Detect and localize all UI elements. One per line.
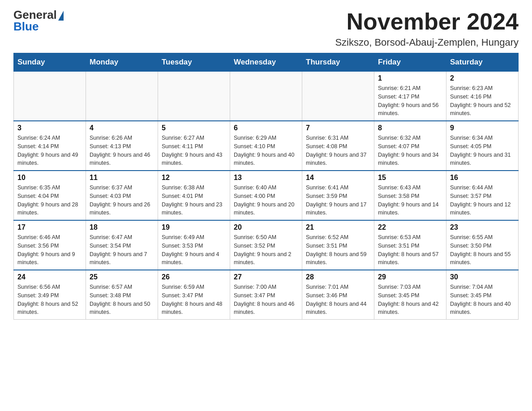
day-number: 7: [306, 124, 370, 132]
calendar-cell: 14Sunrise: 6:41 AMSunset: 3:59 PMDayligh…: [302, 171, 374, 220]
header: General Blue November 2024 Szikszo, Bors…: [13, 9, 519, 48]
day-number: 4: [90, 124, 154, 132]
calendar-cell: 9Sunrise: 6:34 AMSunset: 4:05 PMDaylight…: [446, 121, 519, 171]
calendar-cell: [86, 72, 158, 121]
logo-general-text: General: [13, 9, 64, 21]
calendar-cell: 10Sunrise: 6:35 AMSunset: 4:04 PMDayligh…: [14, 171, 86, 220]
weekday-header-tuesday: Tuesday: [158, 53, 230, 72]
day-info: Sunrise: 6:41 AMSunset: 3:59 PMDaylight:…: [306, 184, 370, 217]
day-number: 11: [90, 174, 154, 182]
calendar-cell: 22Sunrise: 6:53 AMSunset: 3:51 PMDayligh…: [374, 220, 446, 270]
calendar-cell: 3Sunrise: 6:24 AMSunset: 4:14 PMDaylight…: [14, 121, 86, 171]
calendar-cell: 29Sunrise: 7:03 AMSunset: 3:45 PMDayligh…: [374, 270, 446, 320]
day-number: 28: [306, 273, 370, 281]
calendar-cell: 17Sunrise: 6:46 AMSunset: 3:56 PMDayligh…: [14, 220, 86, 270]
day-number: 23: [450, 223, 515, 231]
day-info: Sunrise: 6:49 AMSunset: 3:53 PMDaylight:…: [162, 233, 226, 267]
weekday-header-sunday: Sunday: [14, 53, 86, 72]
logo: General Blue: [13, 9, 64, 32]
calendar-cell: 1Sunrise: 6:21 AMSunset: 4:17 PMDaylight…: [374, 72, 446, 121]
day-info: Sunrise: 6:43 AMSunset: 3:58 PMDaylight:…: [378, 184, 442, 217]
day-info: Sunrise: 6:46 AMSunset: 3:56 PMDaylight:…: [17, 233, 82, 267]
day-info: Sunrise: 6:29 AMSunset: 4:10 PMDaylight:…: [234, 134, 298, 167]
day-number: 27: [234, 273, 298, 281]
calendar-cell: 15Sunrise: 6:43 AMSunset: 3:58 PMDayligh…: [374, 171, 446, 220]
calendar-cell: 7Sunrise: 6:31 AMSunset: 4:08 PMDaylight…: [302, 121, 374, 171]
calendar-cell: 6Sunrise: 6:29 AMSunset: 4:10 PMDaylight…: [230, 121, 302, 171]
day-info: Sunrise: 6:56 AMSunset: 3:49 PMDaylight:…: [17, 283, 82, 317]
day-info: Sunrise: 6:40 AMSunset: 4:00 PMDaylight:…: [234, 184, 298, 217]
day-info: Sunrise: 6:38 AMSunset: 4:01 PMDaylight:…: [162, 184, 226, 217]
day-number: 25: [90, 273, 154, 281]
calendar-week-row: 24Sunrise: 6:56 AMSunset: 3:49 PMDayligh…: [14, 270, 519, 320]
day-info: Sunrise: 6:34 AMSunset: 4:05 PMDaylight:…: [450, 134, 515, 167]
day-info: Sunrise: 6:37 AMSunset: 4:03 PMDaylight:…: [90, 184, 154, 217]
weekday-header-row: SundayMondayTuesdayWednesdayThursdayFrid…: [14, 53, 519, 72]
calendar-cell: 30Sunrise: 7:04 AMSunset: 3:45 PMDayligh…: [446, 270, 519, 320]
title-area: November 2024 Szikszo, Borsod-Abauj-Zemp…: [335, 9, 519, 48]
weekday-header-wednesday: Wednesday: [230, 53, 302, 72]
calendar-week-row: 3Sunrise: 6:24 AMSunset: 4:14 PMDaylight…: [14, 121, 519, 171]
calendar-cell: 2Sunrise: 6:23 AMSunset: 4:16 PMDaylight…: [446, 72, 519, 121]
day-info: Sunrise: 6:26 AMSunset: 4:13 PMDaylight:…: [90, 134, 154, 167]
calendar-cell: 16Sunrise: 6:44 AMSunset: 3:57 PMDayligh…: [446, 171, 519, 220]
calendar-cell: 23Sunrise: 6:55 AMSunset: 3:50 PMDayligh…: [446, 220, 519, 270]
day-info: Sunrise: 6:24 AMSunset: 4:14 PMDaylight:…: [17, 134, 82, 167]
month-title: November 2024: [335, 9, 519, 34]
day-number: 2: [450, 74, 515, 82]
day-number: 16: [450, 174, 515, 182]
day-info: Sunrise: 7:03 AMSunset: 3:45 PMDaylight:…: [378, 283, 442, 317]
day-info: Sunrise: 6:31 AMSunset: 4:08 PMDaylight:…: [306, 134, 370, 167]
day-number: 17: [17, 223, 82, 231]
day-info: Sunrise: 6:59 AMSunset: 3:47 PMDaylight:…: [162, 283, 226, 317]
day-number: 1: [378, 74, 442, 82]
calendar-cell: 12Sunrise: 6:38 AMSunset: 4:01 PMDayligh…: [158, 171, 230, 220]
day-info: Sunrise: 6:50 AMSunset: 3:52 PMDaylight:…: [234, 233, 298, 267]
day-info: Sunrise: 6:44 AMSunset: 3:57 PMDaylight:…: [450, 184, 515, 217]
day-info: Sunrise: 6:32 AMSunset: 4:07 PMDaylight:…: [378, 134, 442, 167]
day-number: 20: [234, 223, 298, 231]
calendar-cell: 20Sunrise: 6:50 AMSunset: 3:52 PMDayligh…: [230, 220, 302, 270]
calendar-table: SundayMondayTuesdayWednesdayThursdayFrid…: [13, 53, 519, 320]
calendar-cell: 24Sunrise: 6:56 AMSunset: 3:49 PMDayligh…: [14, 270, 86, 320]
day-number: 30: [450, 273, 515, 281]
day-number: 6: [234, 124, 298, 132]
day-info: Sunrise: 6:55 AMSunset: 3:50 PMDaylight:…: [450, 233, 515, 267]
location-title: Szikszo, Borsod-Abauj-Zemplen, Hungary: [335, 37, 519, 48]
weekday-header-thursday: Thursday: [302, 53, 374, 72]
day-number: 18: [90, 223, 154, 231]
day-info: Sunrise: 7:04 AMSunset: 3:45 PMDaylight:…: [450, 283, 515, 317]
weekday-header-saturday: Saturday: [446, 53, 519, 72]
day-number: 21: [306, 223, 370, 231]
day-number: 14: [306, 174, 370, 182]
day-number: 19: [162, 223, 226, 231]
day-number: 26: [162, 273, 226, 281]
calendar-week-row: 10Sunrise: 6:35 AMSunset: 4:04 PMDayligh…: [14, 171, 519, 220]
calendar-week-row: 1Sunrise: 6:21 AMSunset: 4:17 PMDaylight…: [14, 72, 519, 121]
calendar-week-row: 17Sunrise: 6:46 AMSunset: 3:56 PMDayligh…: [14, 220, 519, 270]
day-info: Sunrise: 7:00 AMSunset: 3:47 PMDaylight:…: [234, 283, 298, 317]
calendar-cell: 26Sunrise: 6:59 AMSunset: 3:47 PMDayligh…: [158, 270, 230, 320]
day-number: 5: [162, 124, 226, 132]
logo-blue-text: Blue: [13, 21, 39, 32]
day-number: 24: [17, 273, 82, 281]
day-number: 12: [162, 174, 226, 182]
calendar-cell: 25Sunrise: 6:57 AMSunset: 3:48 PMDayligh…: [86, 270, 158, 320]
day-number: 22: [378, 223, 442, 231]
calendar-cell: 21Sunrise: 6:52 AMSunset: 3:51 PMDayligh…: [302, 220, 374, 270]
day-info: Sunrise: 6:21 AMSunset: 4:17 PMDaylight:…: [378, 84, 442, 118]
day-number: 10: [17, 174, 82, 182]
calendar-cell: 4Sunrise: 6:26 AMSunset: 4:13 PMDaylight…: [86, 121, 158, 171]
day-info: Sunrise: 6:23 AMSunset: 4:16 PMDaylight:…: [450, 84, 515, 118]
calendar-cell: 19Sunrise: 6:49 AMSunset: 3:53 PMDayligh…: [158, 220, 230, 270]
calendar-cell: 28Sunrise: 7:01 AMSunset: 3:46 PMDayligh…: [302, 270, 374, 320]
calendar-cell: 8Sunrise: 6:32 AMSunset: 4:07 PMDaylight…: [374, 121, 446, 171]
calendar-cell: [302, 72, 374, 121]
day-info: Sunrise: 6:27 AMSunset: 4:11 PMDaylight:…: [162, 134, 226, 167]
calendar-cell: 13Sunrise: 6:40 AMSunset: 4:00 PMDayligh…: [230, 171, 302, 220]
day-number: 9: [450, 124, 515, 132]
day-info: Sunrise: 6:53 AMSunset: 3:51 PMDaylight:…: [378, 233, 442, 267]
day-info: Sunrise: 6:52 AMSunset: 3:51 PMDaylight:…: [306, 233, 370, 267]
day-number: 13: [234, 174, 298, 182]
day-number: 8: [378, 124, 442, 132]
